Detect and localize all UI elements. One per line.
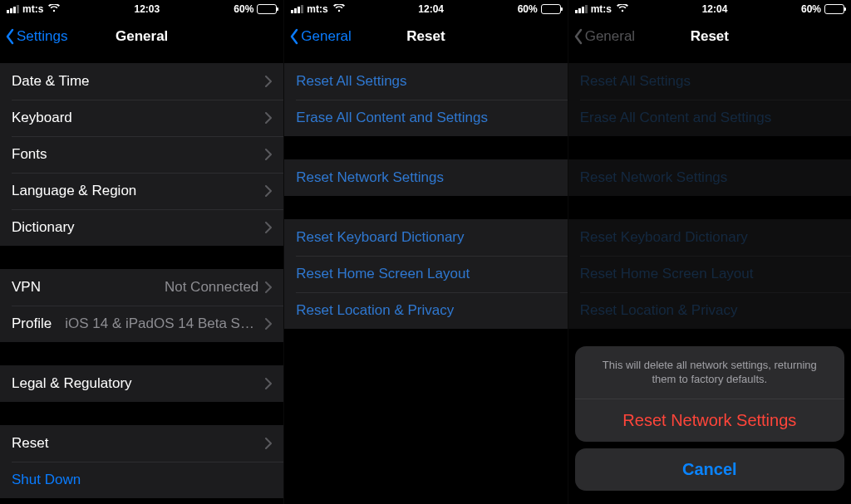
signal-icon [291,5,303,13]
nav-title: Reset [691,28,729,45]
row-fonts[interactable]: Fonts [0,136,283,173]
sheet-cancel[interactable]: Cancel [575,448,844,491]
row-reset-keyboard-dict[interactable]: Reset Keyboard Dictionary [284,219,567,256]
status-time: 12:03 [134,3,160,15]
row-reset-home-layout: Reset Home Screen Layout [568,256,851,292]
row-keyboard[interactable]: Keyboard [0,100,283,136]
chevron-right-icon [265,318,272,330]
dimmed-background: Reset All Settings Erase All Content and… [568,63,851,329]
row-reset-location-privacy[interactable]: Reset Location & Privacy [284,292,567,329]
row-dictionary[interactable]: Dictionary [0,209,283,246]
battery-icon [824,4,844,14]
status-battery-percent: 60% [518,3,538,15]
row-reset-network: Reset Network Settings [568,159,851,196]
row-vpn[interactable]: VPN Not Connected [0,269,283,306]
back-button: General [573,18,635,55]
chevron-left-icon [5,28,15,45]
back-label: Settings [17,28,67,45]
back-label: General [585,28,635,45]
status-bar: mt:s 12:03 60% [0,0,283,18]
row-reset[interactable]: Reset [0,425,283,462]
back-label: General [301,28,351,45]
row-reset-network[interactable]: Reset Network Settings [284,159,567,196]
action-sheet: This will delete all network settings, r… [575,346,844,497]
row-date-time[interactable]: Date & Time [0,63,283,100]
battery-icon [257,4,277,14]
status-bar: mt:s 12:04 60% [284,0,567,18]
chevron-right-icon [265,112,272,124]
pane-general: mt:s 12:03 60% Settings General Date & T… [0,0,283,504]
pane-reset-sheet: mt:s 12:04 60% General Reset Reset All S… [568,0,851,504]
row-erase-all[interactable]: Erase All Content and Settings [284,100,567,136]
status-time: 12:04 [418,3,444,15]
row-profile[interactable]: Profile iOS 14 & iPadOS 14 Beta Softwar.… [0,306,283,342]
wifi-icon [48,3,60,15]
row-language-region[interactable]: Language & Region [0,173,283,209]
status-carrier: mt:s [307,3,327,15]
nav-header: Settings General [0,18,283,55]
row-reset-home-layout[interactable]: Reset Home Screen Layout [284,256,567,292]
status-time: 12:04 [702,3,728,15]
status-bar: mt:s 12:04 60% [568,0,851,18]
status-battery-percent: 60% [801,3,821,15]
status-carrier: mt:s [22,3,43,15]
chevron-right-icon [265,185,272,197]
nav-title: General [116,28,168,45]
row-reset-all[interactable]: Reset All Settings [284,63,567,100]
nav-title: Reset [406,28,445,45]
row-reset-all: Reset All Settings [568,63,851,100]
chevron-right-icon [265,222,272,233]
row-reset-location-privacy: Reset Location & Privacy [568,292,851,329]
sheet-reset-network[interactable]: Reset Network Settings [575,399,844,442]
row-shutdown[interactable]: Shut Down [0,462,283,498]
chevron-right-icon [265,281,272,293]
chevron-right-icon [265,149,272,160]
chevron-left-icon [573,28,583,45]
chevron-left-icon [289,28,299,45]
battery-icon [541,4,561,14]
nav-header: General Reset [284,18,567,55]
vpn-detail: Not Connected [165,279,258,296]
signal-icon [575,5,588,13]
nav-header: General Reset [568,18,851,55]
profile-detail: iOS 14 & iPadOS 14 Beta Softwar... [65,316,258,332]
status-battery-percent: 60% [234,3,253,15]
row-erase-all: Erase All Content and Settings [568,100,851,136]
back-button[interactable]: General [289,18,351,55]
row-reset-keyboard-dict: Reset Keyboard Dictionary [568,219,851,256]
chevron-right-icon [265,378,272,389]
sheet-message: This will delete all network settings, r… [575,346,844,399]
wifi-icon [333,3,345,15]
signal-icon [7,5,19,13]
row-legal[interactable]: Legal & Regulatory [0,365,283,402]
wifi-icon [617,3,628,15]
chevron-right-icon [265,76,272,87]
pane-reset: mt:s 12:04 60% General Reset Reset All S… [283,0,567,504]
back-button[interactable]: Settings [5,18,67,55]
status-carrier: mt:s [591,3,612,15]
chevron-right-icon [265,438,272,449]
